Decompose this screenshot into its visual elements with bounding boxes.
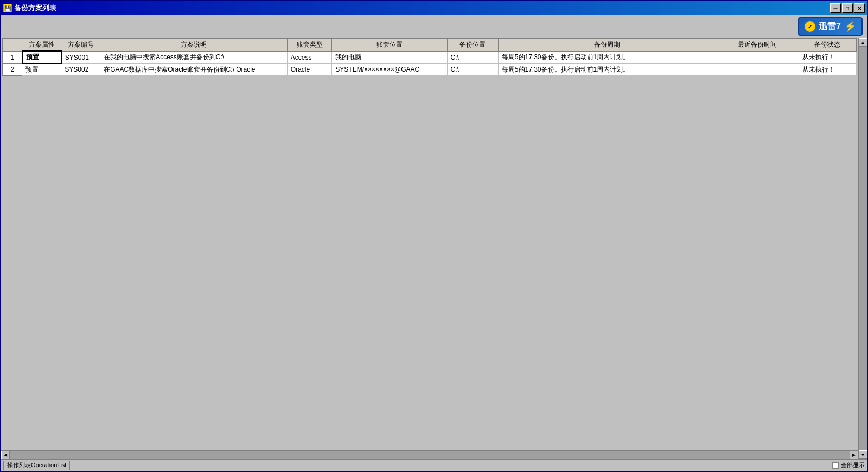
col-header-rownum xyxy=(3,39,22,52)
col-header-last-time: 最近备份时间 xyxy=(716,39,799,52)
title-bar-left: 💾 备份方案列表 xyxy=(3,3,56,13)
cell-code[interactable]: SYS002 xyxy=(61,63,100,76)
lightning-icon: ⚡ xyxy=(844,21,856,33)
title-controls: ─ □ ✕ xyxy=(830,3,865,13)
table-row[interactable]: 1预置SYS001在我的电脑中搜索Access账套并备份到C:\Access我的… xyxy=(3,51,857,63)
toolbar-area: ✓ 迅雷7 ⚡ xyxy=(1,15,867,38)
horizontal-scrollbar[interactable]: ◀ ▶ xyxy=(1,450,858,459)
cell-last_time[interactable] xyxy=(716,51,799,63)
cell-row_num[interactable]: 1 xyxy=(3,51,22,63)
show-all-checkbox-box[interactable] xyxy=(832,462,839,469)
content-area: ✓ 迅雷7 ⚡ 方案属性 方案编号 xyxy=(1,15,867,471)
operation-list-status: 操作列表OperationList xyxy=(3,461,70,470)
cell-backup_pos[interactable]: C:\ xyxy=(447,63,498,76)
cell-period[interactable]: 每周5的17:30备份。执行启动前1周内计划。 xyxy=(498,51,716,63)
cell-backup_pos[interactable]: C:\ xyxy=(447,51,498,63)
scroll-up-button[interactable]: ▲ xyxy=(859,38,867,47)
title-bar: 💾 备份方案列表 ─ □ ✕ xyxy=(1,1,867,15)
operation-list-label: 操作列表OperationList xyxy=(7,461,66,469)
brand-icon: ✓ xyxy=(805,21,815,32)
window-icon: 💾 xyxy=(3,4,12,12)
brand-logo: ✓ 迅雷7 ⚡ xyxy=(798,17,863,36)
cell-account_pos[interactable]: SYSTEM/××××××××@GAAC xyxy=(332,63,447,76)
cell-period[interactable]: 每周5的17:30备份。执行启动前1周内计划。 xyxy=(498,63,716,76)
brand-name: 迅雷7 xyxy=(819,21,841,33)
cell-account_type[interactable]: Oracle xyxy=(287,63,332,76)
col-header-code: 方案编号 xyxy=(61,39,100,52)
cell-account_type[interactable]: Access xyxy=(287,51,332,63)
cell-attr[interactable]: 预置 xyxy=(22,63,61,76)
col-header-status: 备份状态 xyxy=(799,39,856,52)
show-all-label: 全部显示 xyxy=(841,461,865,469)
cell-desc[interactable]: 在GAAC数据库中搜索Oracle账套并备份到C:\ Oracle xyxy=(100,63,288,76)
cell-last_time[interactable] xyxy=(716,63,799,76)
restore-button[interactable]: □ xyxy=(842,3,853,13)
show-all-checkbox[interactable]: 全部显示 xyxy=(832,461,865,469)
cell-attr[interactable]: 预置 xyxy=(22,51,61,63)
scroll-left-button[interactable]: ◀ xyxy=(1,451,10,460)
main-window: 💾 备份方案列表 ─ □ ✕ ✓ 迅雷7 ⚡ xyxy=(0,0,868,472)
cell-row_num[interactable]: 2 xyxy=(3,63,22,76)
close-button[interactable]: ✕ xyxy=(854,3,865,13)
scroll-right-button[interactable]: ▶ xyxy=(850,451,858,460)
vertical-scrollbar[interactable]: ▲ ▼ xyxy=(858,38,867,459)
cell-account_pos[interactable]: 我的电脑 xyxy=(332,51,447,63)
cell-status[interactable]: 从未执行！ xyxy=(799,63,856,76)
main-content: 方案属性 方案编号 方案说明 账套类型 账套位置 备份位置 备份周期 最近备份时… xyxy=(1,38,867,459)
minimize-button[interactable]: ─ xyxy=(830,3,841,13)
col-header-attr: 方案属性 xyxy=(22,39,61,52)
table-scroll: 方案属性 方案编号 方案说明 账套类型 账套位置 备份位置 备份周期 最近备份时… xyxy=(1,38,858,450)
col-header-account-pos: 账套位置 xyxy=(332,39,447,52)
table-row[interactable]: 2预置SYS002在GAAC数据库中搜索Oracle账套并备份到C:\ Orac… xyxy=(3,63,857,76)
scroll-horizontal-track[interactable] xyxy=(10,451,850,459)
cell-desc[interactable]: 在我的电脑中搜索Access账套并备份到C:\ xyxy=(100,51,288,63)
table-header-row: 方案属性 方案编号 方案说明 账套类型 账套位置 备份位置 备份周期 最近备份时… xyxy=(3,39,857,52)
scroll-down-button[interactable]: ▼ xyxy=(859,450,867,459)
cell-code[interactable]: SYS001 xyxy=(61,51,100,63)
status-bar: 操作列表OperationList 全部显示 xyxy=(1,459,867,471)
window-title: 备份方案列表 xyxy=(14,3,56,13)
data-table: 方案属性 方案编号 方案说明 账套类型 账套位置 备份位置 备份周期 最近备份时… xyxy=(3,39,857,76)
col-header-backup-pos: 备份位置 xyxy=(447,39,498,52)
col-header-period: 备份周期 xyxy=(498,39,716,52)
col-header-account-type: 账套类型 xyxy=(287,39,332,52)
table-wrapper: 方案属性 方案编号 方案说明 账套类型 账套位置 备份位置 备份周期 最近备份时… xyxy=(1,38,858,459)
table-container: 方案属性 方案编号 方案说明 账套类型 账套位置 备份位置 备份周期 最近备份时… xyxy=(2,38,857,76)
scroll-vertical-track[interactable] xyxy=(859,47,867,450)
cell-status[interactable]: 从未执行！ xyxy=(799,51,856,63)
col-header-desc: 方案说明 xyxy=(100,39,288,52)
